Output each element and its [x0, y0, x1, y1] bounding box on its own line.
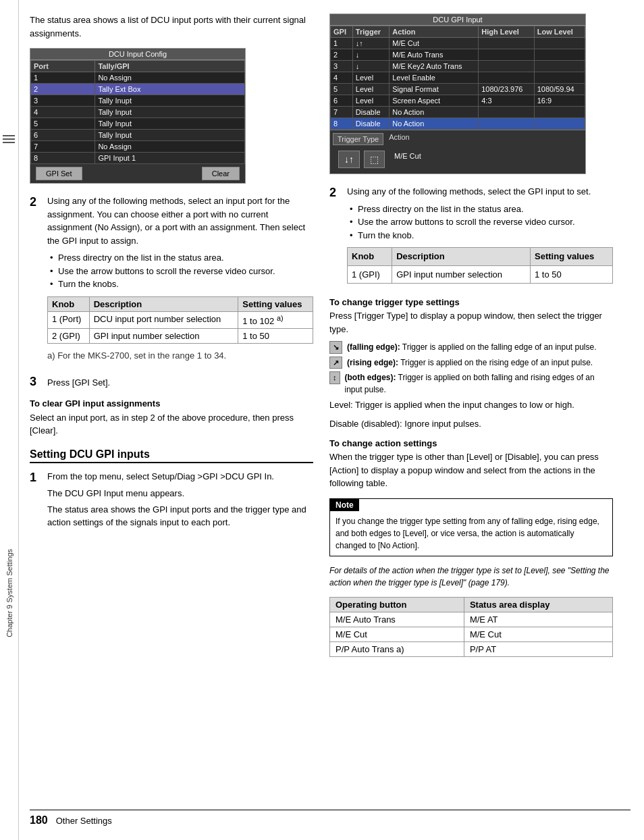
tally-cell: No Assign — [95, 141, 245, 153]
table-row: 3Tally Inupt — [31, 95, 245, 107]
gpi-low — [534, 107, 585, 118]
gpi-high — [479, 61, 534, 72]
page-container: Chapter 9 System Settings The status are… — [0, 0, 644, 840]
port-cell: 1 — [31, 72, 95, 84]
gpi-trigger: Disable — [352, 118, 389, 130]
table-row: 1 ↓↑ M/E Cut — [331, 38, 585, 49]
clear-heading: To clear GPI input assignments — [30, 398, 313, 409]
op-button: M/E Cut — [330, 627, 464, 641]
tally-cell: Tally Ext Box — [95, 84, 245, 95]
gpi-num: 8 — [331, 118, 353, 130]
step-2-gpi: 2 Using any of the following methods, se… — [329, 185, 613, 289]
sidebar-line-3 — [3, 142, 15, 143]
note-label: Note — [330, 499, 359, 511]
gpi-num: 3 — [331, 61, 353, 72]
gpi-bullet-1: Press directry on the list in the status… — [350, 203, 613, 216]
gpi-trigger: Level — [352, 95, 389, 107]
both-edges-icon: ↕ — [329, 371, 340, 384]
sidebar: Chapter 9 System Settings — [0, 0, 19, 840]
operating-table: Operating button Status area display M/E… — [329, 597, 613, 657]
action-settings-section: To change action settings When the trigg… — [329, 438, 613, 490]
gpi-col-high: High Level — [479, 26, 534, 38]
gpi-num: 5 — [331, 84, 353, 95]
step-2-bullets: Press directry on the list in the status… — [47, 251, 313, 291]
op-col-display: Status area display — [464, 597, 612, 612]
step-1-gpi: 1 From the top menu, select Setup/Diag >… — [30, 470, 313, 533]
knob-1: 1 (Port) — [48, 311, 90, 328]
gpi-action: No Action — [390, 107, 479, 118]
page-footer: 180 Other Settings — [30, 810, 630, 826]
op-button: P/P Auto Trans a) — [330, 641, 464, 656]
trigger-cut-label: M/E Cut — [394, 152, 421, 168]
gpi-action: Screen Aspect — [390, 95, 479, 107]
gpi-action: M/E Key2 Auto Trans — [390, 61, 479, 72]
bullet-3: Turn the knobs. — [50, 278, 313, 291]
step-1-gpi-note2: The status area shows the GPI input port… — [47, 503, 313, 529]
table-row: M/E CutM/E Cut — [330, 627, 613, 641]
note-box: Note If you change the trigger type sett… — [329, 498, 613, 556]
gpi-num: 4 — [331, 72, 353, 84]
sidebar-decoration — [3, 135, 15, 143]
gpi-trigger: Level — [352, 72, 389, 84]
table-row: M/E Auto TransM/E AT — [330, 612, 613, 627]
tally-cell: No Assign — [95, 72, 245, 84]
table-row: 3 ↓ M/E Key2 Auto Trans — [331, 61, 585, 72]
tally-cell: Tally Inupt — [95, 95, 245, 107]
trigger-falling: ↘ (falling edge): Trigger is applied on … — [329, 341, 613, 354]
gpi-low: 16:9 — [534, 95, 585, 107]
gpi-trigger: ↓ — [352, 61, 389, 72]
table-row: 2 ↓ M/E Auto Trans — [331, 49, 585, 61]
trigger-icons: ↓↑ ⬚ M/E Cut — [333, 148, 583, 171]
gpi-action: M/E Cut — [390, 38, 479, 49]
th-desc: Description — [89, 296, 238, 311]
step-1-gpi-text: From the top menu, select Setup/Diag >GP… — [47, 470, 313, 483]
gpi-num: 6 — [331, 95, 353, 107]
tally-cell: Tally Input — [95, 118, 245, 130]
clear-section: To clear GPI input assignments Select an… — [30, 398, 313, 438]
dcu-gpi-screenshot: DCU GPI Input GPI Trigger Action High Le… — [329, 14, 586, 174]
dcu-buttons: GPI Set Clear — [30, 164, 245, 183]
gpi-desc-1: GPI input number selection — [392, 265, 531, 284]
big-section-heading: Setting DCU GPI inputs — [30, 448, 313, 463]
italic-note: For details of the action when the trigg… — [329, 565, 613, 589]
gpi-low — [534, 38, 585, 49]
tally-cell: GPI Input 1 — [95, 153, 245, 164]
table-row: 4 Level Level Enable — [331, 72, 585, 84]
clear-text: Select an input port, as in step 2 of th… — [30, 411, 313, 438]
knob-2: 2 (GPI) — [48, 328, 90, 343]
port-cell: 3 — [31, 95, 95, 107]
gpi-bullet-2: Use the arrow buttons to scroll the reve… — [350, 215, 613, 229]
knob-table-left: Knob Description Setting values 1 (Port)… — [47, 296, 313, 344]
clear-button[interactable]: Clear — [202, 167, 240, 180]
op-display: M/E AT — [464, 612, 612, 627]
trigger-rising: ↗ (rising edge): Trigger is applied on t… — [329, 357, 613, 369]
trigger-action-label: Action — [389, 133, 410, 145]
step-2-text: Using any of the following methods, sele… — [47, 194, 313, 247]
note-content: If you change the trigger type setting f… — [330, 511, 612, 556]
gpi-trigger: Disable — [352, 107, 389, 118]
rising-edge-icon: ↗ — [329, 357, 342, 369]
port-cell: 6 — [31, 130, 95, 141]
two-column-layout: The status area shows a list of DCU inpu… — [30, 14, 630, 657]
gpi-high — [479, 107, 534, 118]
action-settings-text: When the trigger type is other than [Lev… — [329, 450, 613, 490]
table-row: 6 Level Screen Aspect 4:3 16:9 — [331, 95, 585, 107]
table-row: 5Tally Input — [31, 118, 245, 130]
gpi-low — [534, 49, 585, 61]
step-2-left: 2 Using any of the following methods, se… — [30, 194, 313, 366]
step-2-gpi-text: Using any of the following methods, sele… — [347, 185, 613, 199]
gpi-val-1: 1 to 50 — [531, 265, 613, 284]
step-3-text: Press [GPI Set]. — [47, 377, 110, 388]
step-2-number: 2 — [30, 194, 42, 366]
chapter-label: Chapter 9 System Settings — [5, 549, 14, 637]
gpi-set-button[interactable]: GPI Set — [36, 167, 82, 180]
step-2-gpi-number: 2 — [329, 185, 342, 289]
gpi-trigger: ↓↑ — [352, 38, 389, 49]
dcu-config-screenshot: DCU Input Config Port Tally/GPI 1No Assi… — [30, 48, 246, 184]
step-3: 3 Press [GPI Set]. — [30, 374, 313, 390]
gpi-num: 2 — [331, 49, 353, 61]
falling-text: (falling edge): Trigger is applied on th… — [347, 341, 597, 353]
rising-text: (rising edge): Trigger is applied on the… — [347, 357, 593, 369]
gth-knob: Knob — [348, 248, 392, 266]
table-row: 8GPI Input 1 — [31, 153, 245, 164]
